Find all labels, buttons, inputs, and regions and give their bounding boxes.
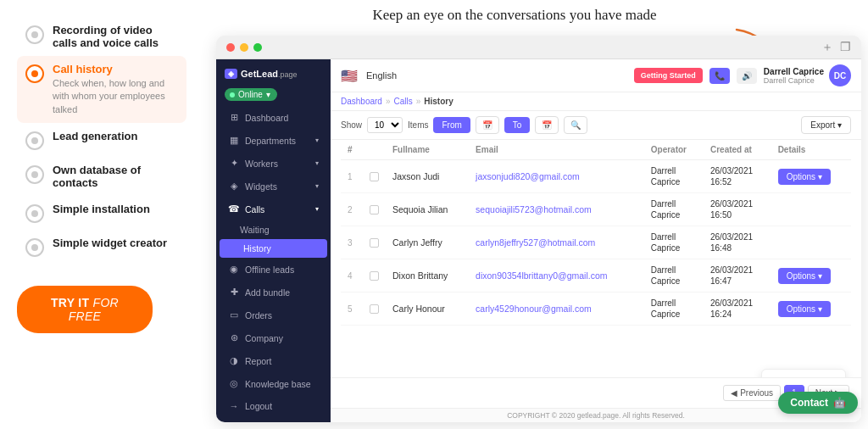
prev-page-button[interactable]: ◀ Previous: [723, 385, 781, 401]
row-date-4: 26/03/202116:24: [704, 292, 771, 326]
show-label: Show: [341, 120, 362, 130]
items-label: Items: [408, 120, 428, 130]
nav-label-calls: Calls: [245, 204, 264, 214]
row-name-4: Carly Honour: [386, 292, 469, 326]
feature-item-simple-widget[interactable]: Simple widget creator: [17, 230, 186, 264]
top-bar-actions: Getting Started 📞 🔊 Darrell Caprice Darr…: [634, 64, 851, 86]
options-btn-4[interactable]: Options ▾: [778, 301, 831, 317]
row-email-0: jaxsonjudi820@gmail.com: [469, 160, 644, 193]
nav-label-workers: Workers: [245, 159, 278, 169]
nav-icon-departments: ▦: [228, 135, 240, 146]
browser-window: ＋ ❐ ◈ GetLead.page Online ▾ ⊞ Dashboard …: [216, 36, 861, 422]
logo-text: GetLead: [241, 69, 278, 79]
row-name-3: Dixon Brittany: [386, 259, 469, 292]
lang-text: English: [366, 70, 397, 81]
dropdown-recording[interactable]: Recording: [762, 373, 845, 377]
table-row: 3 Carlyn Jeffry carlyn8jeffry527@hotmail…: [341, 226, 851, 259]
row-cb-2[interactable]: [363, 226, 386, 259]
sidebar: ◈ GetLead.page Online ▾ ⊞ Dashboard ▦ De…: [216, 59, 331, 422]
avatar: DC: [829, 64, 851, 86]
toolbar: Show 10 25 50 Items From 📅 To 📅 🔍 Export…: [331, 111, 861, 140]
nav-icon-workers: ✦: [228, 158, 240, 169]
nav-item-orders[interactable]: ▭ Orders: [220, 304, 327, 326]
export-button[interactable]: Export ▾: [801, 116, 851, 134]
feature-item-own-database[interactable]: Own database of contacts: [17, 157, 186, 196]
row-cb-0[interactable]: [363, 160, 386, 193]
nav-item-offline-leads[interactable]: ◉ Offline leads: [220, 258, 327, 281]
row-cb-1[interactable]: [363, 193, 386, 226]
row-details-1[interactable]: [771, 193, 851, 226]
nav-icon-calls: ☎: [228, 203, 240, 214]
nav-item-company[interactable]: ⊛ Company: [220, 326, 327, 349]
feature-item-lead-gen[interactable]: Lead generation: [17, 123, 186, 157]
row-operator-2: DarrellCaprice: [644, 226, 704, 259]
row-details-0[interactable]: Options ▾: [771, 160, 851, 193]
nav-item-add-bundle[interactable]: ✚ Add bundle: [220, 281, 327, 304]
table-row: 5 Carly Honour carly4529honour@gmail.com…: [341, 292, 851, 326]
row-details-2[interactable]: [771, 226, 851, 259]
nav-item-widgets[interactable]: ◈ Widgets ▾: [220, 175, 327, 198]
col-: [363, 140, 386, 160]
feature-item-recording[interactable]: Recording of video calls and voice calls: [17, 17, 186, 56]
app-layout: ◈ GetLead.page Online ▾ ⊞ Dashboard ▦ De…: [216, 59, 861, 422]
options-btn-3[interactable]: Options ▾: [778, 268, 831, 284]
feature-icon-lead-gen: [25, 131, 44, 150]
row-cb-3[interactable]: [363, 259, 386, 292]
search-button[interactable]: 🔍: [564, 116, 587, 134]
row-date-0: 26/03/202116:52: [704, 160, 771, 193]
calls-table: #FullnameEmailOperatorCreated atDetails …: [341, 140, 851, 326]
nav-item-calls[interactable]: ☎ Calls ▾: [220, 198, 327, 220]
row-cb-4[interactable]: [363, 292, 386, 326]
feature-text-simple-widget: Simple widget creator: [53, 237, 167, 249]
row-details-4[interactable]: Options ▾: [771, 292, 851, 326]
browser-dot-red: [226, 43, 235, 52]
contact-icon: 🤖: [833, 397, 846, 409]
phone-icon-button[interactable]: 📞: [709, 68, 730, 84]
from-button[interactable]: From: [433, 117, 470, 133]
status-dot: [230, 92, 235, 98]
feature-item-call-history[interactable]: Call history Check when, how long and wi…: [17, 56, 186, 123]
date-icon-2[interactable]: 📅: [535, 116, 559, 134]
nav-arrow-workers: ▾: [315, 159, 319, 167]
nav-arrow-widgets: ▾: [315, 182, 319, 190]
speaker-icon-button[interactable]: 🔊: [737, 68, 757, 84]
nav-label-departments: Departments: [245, 136, 296, 146]
feature-item-simple-install[interactable]: Simple installation: [17, 196, 186, 230]
feature-icon-simple-widget: [25, 238, 44, 257]
row-operator-3: DarrellCaprice: [644, 259, 704, 292]
logo-sub: .page: [278, 70, 298, 79]
try-label: TRY IT: [51, 296, 89, 309]
feature-icon-simple-install: [25, 204, 44, 223]
nav-item-report[interactable]: ◑ Report: [220, 349, 327, 372]
nav-item-workers[interactable]: ✦ Workers ▾: [220, 152, 327, 175]
row-num-1: 2: [341, 193, 363, 226]
row-date-1: 26/03/202116:50: [704, 193, 771, 226]
breadcrumb-calls[interactable]: Calls: [393, 97, 412, 106]
try-free-button[interactable]: TRY IT FOR FREE: [17, 286, 153, 333]
table-row: 4 Dixon Brittany dixon90354lbrittany0@gm…: [341, 259, 851, 292]
row-operator-4: DarrellCaprice: [644, 292, 704, 326]
nav-item-dashboard[interactable]: ⊞ Dashboard: [220, 106, 327, 129]
date-icon-1[interactable]: 📅: [476, 116, 499, 134]
breadcrumb-dashboard[interactable]: Dashboard: [341, 97, 382, 106]
feature-subtitle-call-history: Check when, how long and with whom your …: [53, 77, 178, 116]
browser-titlebar: ＋ ❐: [216, 36, 861, 59]
row-date-2: 26/03/202116:48: [704, 226, 771, 259]
row-name-0: Jaxson Judi: [386, 160, 469, 193]
nav-item-departments[interactable]: ▦ Departments ▾: [220, 129, 327, 152]
status-badge[interactable]: Online ▾: [225, 88, 277, 101]
nav-item-knowledge-base[interactable]: ◎ Knowledge base: [220, 372, 327, 395]
feature-text-simple-install: Simple installation: [53, 203, 150, 215]
feature-title-own-database: Own database of contacts: [53, 164, 178, 189]
contact-button[interactable]: Contact 🤖: [778, 392, 858, 414]
nav-icon-dashboard: ⊞: [228, 112, 240, 123]
table-header-row: #FullnameEmailOperatorCreated atDetails: [341, 140, 851, 160]
row-details-3[interactable]: Options ▾: [771, 259, 851, 292]
options-btn-0[interactable]: Options ▾: [778, 169, 831, 185]
nav-sub-history[interactable]: History: [220, 239, 327, 258]
show-select[interactable]: 10 25 50: [367, 117, 403, 133]
getting-started-button[interactable]: Getting Started: [634, 68, 703, 83]
to-button[interactable]: To: [504, 117, 531, 133]
nav-item-logout[interactable]: → Logout: [220, 395, 327, 417]
nav-sub-waiting[interactable]: Waiting: [216, 220, 331, 239]
